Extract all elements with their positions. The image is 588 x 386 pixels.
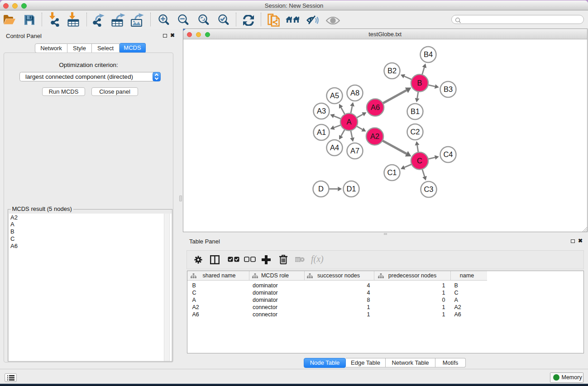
svg-text:A3: A3 — [317, 107, 326, 115]
svg-text:A: A — [346, 118, 351, 126]
svg-text:B2: B2 — [387, 67, 397, 75]
svg-text:B4: B4 — [424, 50, 433, 58]
svg-text:A2: A2 — [370, 132, 379, 140]
svg-text:D1: D1 — [346, 185, 356, 193]
svg-text:A6: A6 — [371, 103, 380, 111]
svg-text:C1: C1 — [387, 168, 397, 176]
svg-text:A1: A1 — [317, 128, 326, 136]
svg-text:A7: A7 — [350, 147, 359, 155]
svg-text:C3: C3 — [424, 185, 433, 193]
svg-text:A8: A8 — [350, 89, 359, 97]
svg-text:D: D — [318, 185, 324, 193]
svg-text:A4: A4 — [330, 143, 339, 152]
svg-text:C: C — [417, 157, 422, 165]
svg-text:B3: B3 — [444, 85, 453, 93]
svg-text:A5: A5 — [330, 91, 339, 100]
svg-text:B: B — [417, 79, 422, 87]
svg-text:B1: B1 — [411, 107, 420, 115]
svg-text:C4: C4 — [443, 150, 453, 158]
svg-text:C2: C2 — [410, 128, 420, 136]
